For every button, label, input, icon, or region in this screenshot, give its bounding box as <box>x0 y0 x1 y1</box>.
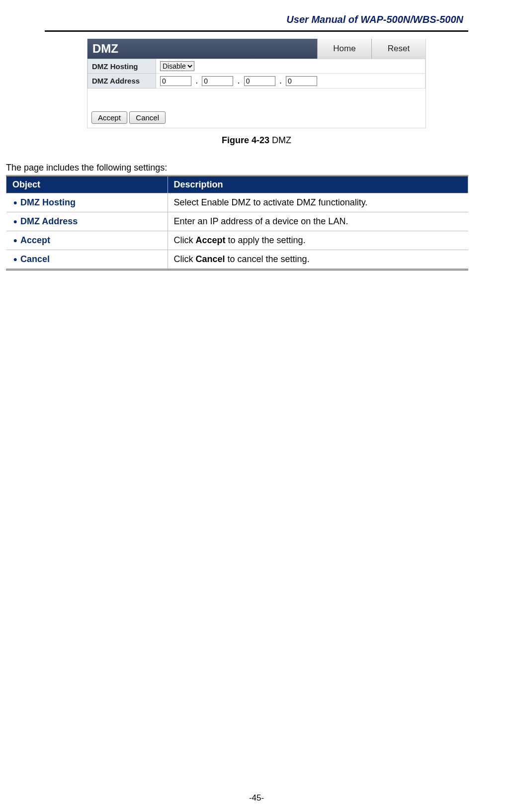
dmz-octet-3[interactable] <box>244 76 275 86</box>
dot-separator: . <box>238 76 240 86</box>
bullet-icon: ● <box>13 236 17 244</box>
object-name: DMZ Address <box>20 216 78 226</box>
dmz-form-table: DMZ Hosting Disable DMZ Address . . . <box>87 59 426 89</box>
home-button[interactable]: Home <box>317 39 371 59</box>
dmz-address-cell: . . . <box>156 74 426 89</box>
page-header: User Manual of WAP-500N/WBS-500N <box>0 10 513 30</box>
settings-description-table: Object Description ●DMZ Hosting Select E… <box>6 175 468 271</box>
figure-title: DMZ <box>269 135 291 145</box>
bullet-icon: ● <box>13 255 17 263</box>
dmz-hosting-label: DMZ Hosting <box>88 59 156 74</box>
object-description: Enter an IP address of a device on the L… <box>168 212 468 231</box>
dmz-octet-4[interactable] <box>286 76 317 86</box>
table-row: ●Cancel Click Cancel to cancel the setti… <box>6 250 468 269</box>
table-row: ●DMZ Address Enter an IP address of a de… <box>6 212 468 231</box>
object-name: DMZ Hosting <box>20 197 76 207</box>
dmz-octet-2[interactable] <box>202 76 233 86</box>
object-description: Click Cancel to cancel the setting. <box>168 250 468 269</box>
dmz-hosting-select[interactable]: Disable <box>160 61 194 71</box>
dot-separator: . <box>279 76 282 86</box>
accept-button[interactable]: Accept <box>91 111 127 124</box>
panel-title: DMZ <box>92 42 118 55</box>
table-row: ●Accept Click Accept to apply the settin… <box>6 231 468 250</box>
dmz-octet-1[interactable] <box>160 76 191 86</box>
dot-separator: . <box>195 76 198 86</box>
table-row: ●DMZ Hosting Select Enable DMZ to activa… <box>6 193 468 212</box>
dmz-config-panel: DMZ Home Reset DMZ Hosting Disable DMZ A… <box>87 39 426 128</box>
bullet-icon: ● <box>13 217 17 225</box>
bullet-icon: ● <box>13 198 17 206</box>
dmz-address-label: DMZ Address <box>88 74 156 89</box>
page-number: -45- <box>0 793 513 803</box>
form-button-row: Accept Cancel <box>87 106 426 128</box>
figure-number: Figure 4-23 <box>222 135 269 145</box>
header-rule <box>45 30 468 32</box>
col-object-header: Object <box>6 177 168 193</box>
panel-titlebar: DMZ Home Reset <box>87 39 426 59</box>
col-description-header: Description <box>168 177 468 193</box>
object-name: Accept <box>20 235 50 245</box>
figure-caption: Figure 4-23 DMZ <box>0 135 513 146</box>
cancel-button[interactable]: Cancel <box>129 111 166 124</box>
intro-text: The page includes the following settings… <box>6 163 513 173</box>
object-description: Click Accept to apply the setting. <box>168 231 468 250</box>
reset-button[interactable]: Reset <box>371 39 426 59</box>
object-description: Select Enable DMZ to activate DMZ functi… <box>168 193 468 212</box>
object-name: Cancel <box>20 254 50 264</box>
